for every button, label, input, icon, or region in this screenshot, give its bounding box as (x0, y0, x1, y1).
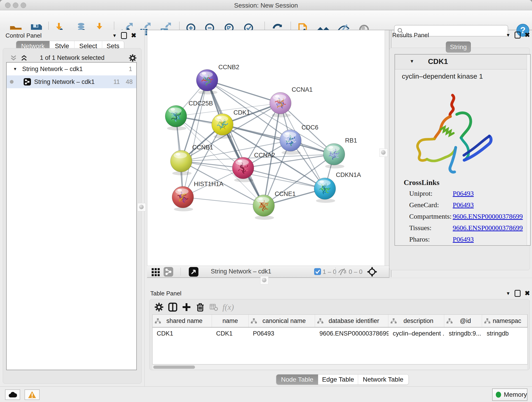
table-panel-float-icon[interactable] (515, 290, 520, 297)
control-panel-splitter-knob[interactable] (138, 203, 146, 211)
function-builder-icon: f(x) (222, 302, 234, 312)
table-cell[interactable]: cyclin–dependent ... (389, 330, 445, 337)
network-collection-row[interactable]: ▼ String Network – cdk1 1 (7, 63, 136, 75)
application-window: Session: New Session ? Control Panel (0, 0, 532, 402)
column-header-label: @id (455, 317, 482, 325)
network-node[interactable] (314, 178, 336, 203)
control-panel-float-icon[interactable] (121, 32, 127, 39)
cloud-button[interactable] (5, 389, 20, 400)
crosslink-link[interactable]: 9606.ENSP00000378699 (453, 212, 523, 220)
string-results-scroll-area[interactable]: ▼ CDK1 cyclin–dependent kinase 1 CrossLi… (394, 54, 531, 246)
tab-network-table[interactable]: Network Table (358, 375, 408, 385)
table-cell[interactable]: CDK1 (152, 330, 212, 337)
column-header-shared-name[interactable]: shared name (152, 315, 212, 327)
crosslink-row: Compartments:9606.ENSP00000378699 (395, 211, 530, 222)
gene-section-expander-icon[interactable]: ▼ (410, 59, 414, 64)
string-network-graph[interactable]: CCNB2CCNA1CDC25BCDK1CDC6RB1CCNB1CCNA2CDK… (147, 30, 385, 266)
results-scrollbar[interactable] (527, 55, 530, 245)
results-panel-collapse-icon[interactable]: ▼ (506, 33, 510, 37)
table-panel-collapse-icon[interactable]: ▼ (506, 291, 510, 296)
control-panel-close-icon[interactable]: ✖ (131, 32, 136, 39)
network-node[interactable] (253, 195, 274, 220)
gene-description: cyclin–dependent kinase 1 (402, 72, 483, 80)
crosslink-label: Tissues: (409, 224, 453, 232)
node-table-box: f(x) shared namenamecanonical namedataba… (149, 299, 530, 370)
column-header-canonical-name[interactable]: canonical name (249, 315, 315, 327)
crosslink-link[interactable]: P06493 (453, 190, 474, 197)
warnings-button[interactable] (25, 389, 40, 400)
open-in-window-icon[interactable] (189, 267, 198, 277)
collection-expander-icon[interactable]: ▼ (13, 67, 17, 71)
footer-separator (181, 268, 181, 276)
network-node-label: CCNE1 (275, 191, 296, 197)
table-cell[interactable]: stringdb (482, 330, 527, 337)
column-header-name[interactable]: name (212, 315, 249, 327)
crosslink-label: Uniprot: (409, 190, 453, 197)
birds-eye-view-icon[interactable] (151, 267, 160, 276)
fit-selected-crosshair-icon[interactable] (367, 267, 377, 277)
tab-string[interactable]: String (446, 41, 471, 52)
window-title: Session: New Session (0, 2, 532, 9)
tab-edge-table[interactable]: Edge Table (318, 375, 358, 385)
string-panel-toggle-icon[interactable] (164, 267, 173, 277)
network-edge (207, 80, 280, 103)
column-header-label: name (212, 317, 249, 325)
table-horizontal-scrollbar[interactable] (152, 365, 527, 370)
crosslink-label: GeneCard: (409, 201, 453, 209)
column-header-namespac[interactable]: namespac (482, 315, 527, 327)
crosslink-link[interactable]: 9606.ENSP00000378699 (453, 224, 523, 232)
selected-checkbox-icon[interactable] (314, 268, 321, 275)
delete-column-icon[interactable] (196, 302, 205, 312)
table-panel-close-icon[interactable]: ✖ (525, 290, 530, 297)
table-cell[interactable]: CDK1 (212, 330, 249, 337)
results-panel-float-icon[interactable] (515, 32, 520, 38)
memory-button[interactable]: Memory (492, 389, 527, 401)
crosslink-label: Pharos: (409, 235, 453, 243)
column-header-database-identifier[interactable]: database identifier (315, 315, 388, 327)
crosslink-link[interactable]: P06493 (453, 201, 474, 209)
table-panel: Table Panel ▼ ✖ f(x) shared namenamecano… (147, 278, 532, 387)
table-cell[interactable]: stringdb:9... (445, 330, 482, 337)
collection-count: 1 (129, 65, 132, 73)
column-header-label: namespac (493, 317, 527, 325)
network-node[interactable] (270, 92, 291, 117)
results-panel-close-icon[interactable]: ✖ (525, 32, 530, 38)
results-panel: Results Panel ▼ ✖ String Expand All Coll… (392, 30, 532, 277)
table-cell[interactable]: P06493 (249, 330, 316, 337)
crosslink-link[interactable]: P06493 (453, 235, 474, 243)
control-panel-collapse-icon[interactable]: ▼ (112, 33, 117, 38)
crosslink-row: Pharos:P06493 (395, 234, 530, 245)
network-node[interactable] (323, 143, 345, 168)
tab-node-table[interactable]: Node Table (276, 375, 318, 385)
network-node-label: CDC6 (302, 124, 318, 131)
network-node-label: CCNB2 (218, 64, 239, 70)
create-column-icon[interactable] (182, 302, 191, 312)
crosslink-row: Uniprot:P06493 (395, 188, 530, 199)
network-view-canvas[interactable]: CCNB2CCNA1CDC25BCDK1CDC6RB1CCNB1CCNA2CDK… (147, 30, 385, 266)
show-columns-icon[interactable] (168, 302, 177, 312)
network-row[interactable]: String Network – cdk1 11 48 (7, 75, 136, 88)
column-type-icon (155, 318, 161, 324)
column-header-label: canonical name (259, 317, 315, 325)
results-panel-splitter-knob[interactable] (380, 148, 388, 157)
scrollbar-thumb[interactable] (153, 366, 195, 369)
network-node-label: CDK1 (234, 109, 250, 116)
network-node[interactable] (172, 186, 194, 211)
network-node-count: 11 (114, 78, 120, 85)
table-tabs: Node TableEdge TableNetwork Table (276, 374, 409, 385)
network-node[interactable] (165, 105, 187, 130)
node-table[interactable]: shared namenamecanonical namedatabase id… (152, 314, 528, 364)
network-selection-status: 1 of 1 Network selected (3, 54, 141, 61)
crosslink-row: GeneCard:P06493 (395, 199, 530, 211)
table-cell[interactable]: 9606.ENSP00000378699 (315, 330, 389, 337)
table-options-gear-icon[interactable] (154, 302, 164, 312)
column-header-description[interactable]: description (388, 315, 444, 327)
network-node[interactable] (196, 70, 218, 95)
table-row[interactable]: CDK1CDK1P064939606.ENSP00000378699cyclin… (152, 327, 527, 339)
column-header-@id[interactable]: @id (444, 315, 482, 327)
network-options-gear-icon[interactable] (128, 54, 137, 62)
network-current-dot-icon (10, 80, 13, 84)
network-node[interactable] (171, 150, 192, 175)
crosslinks-section: CrossLinks Uniprot:P06493GeneCard:P06493… (395, 178, 530, 245)
gene-section-header[interactable]: ▼ CDK1 (395, 55, 530, 70)
